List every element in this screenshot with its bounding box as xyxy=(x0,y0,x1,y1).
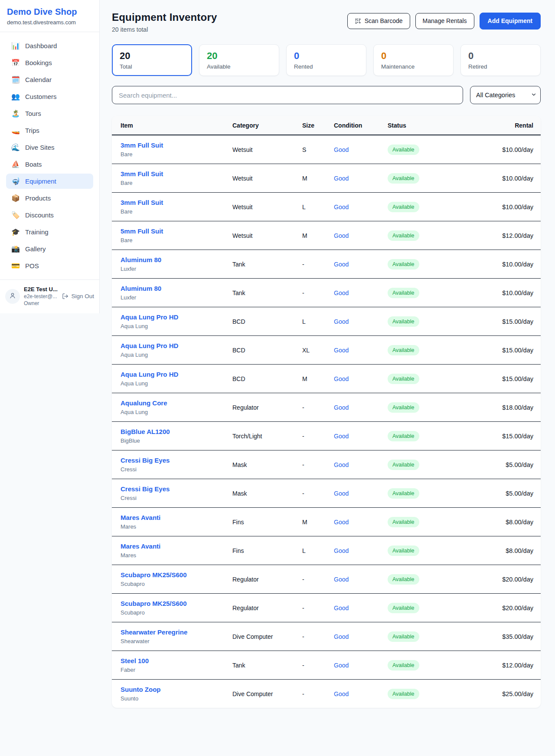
stat-card-available[interactable]: 20 Available xyxy=(199,44,279,76)
brand-name[interactable]: Demo Dive Shop xyxy=(7,7,92,17)
sidebar-item-dashboard[interactable]: 📊 Dashboard xyxy=(6,38,93,53)
table-row[interactable]: BigBlue AL1200 BigBlue Torch/Light - Goo… xyxy=(112,422,541,450)
item-name-link[interactable]: Shearwater Peregrine xyxy=(121,628,187,636)
user-name: E2E Test U... xyxy=(24,286,58,293)
item-name-link[interactable]: Mares Avanti xyxy=(121,542,160,550)
item-name-link[interactable]: Steel 100 xyxy=(121,657,149,664)
sidebar-item-equipment[interactable]: 🤿 Equipment xyxy=(6,174,93,189)
sidebar-item-bookings[interactable]: 📅 Bookings xyxy=(6,55,93,70)
table-row[interactable]: 5mm Full Suit Bare Wetsuit M Good Availa… xyxy=(112,221,541,250)
item-name-link[interactable]: BigBlue AL1200 xyxy=(121,428,170,435)
item-name-link[interactable]: Mares Avanti xyxy=(121,514,160,521)
item-name-link[interactable]: 3mm Full Suit xyxy=(121,199,163,206)
table-row[interactable]: Aluminum 80 Luxfer Tank - Good Available… xyxy=(112,279,541,307)
search-input[interactable] xyxy=(112,86,463,104)
sidebar-item-gallery[interactable]: 📸 Gallery xyxy=(6,241,93,256)
item-condition-link[interactable]: Good xyxy=(334,633,349,640)
table-row[interactable]: Suunto Zoop Suunto Dive Computer - Good … xyxy=(112,680,541,708)
page-subtitle: 20 items total xyxy=(112,26,217,33)
sidebar-item-training[interactable]: 🎓 Training xyxy=(6,224,93,240)
category-select[interactable]: All Categories xyxy=(470,86,541,104)
item-condition-link[interactable]: Good xyxy=(334,318,349,325)
item-name-link[interactable]: Cressi Big Eyes xyxy=(121,485,170,493)
item-condition-link[interactable]: Good xyxy=(334,461,349,468)
add-equipment-button[interactable]: Add Equipment xyxy=(480,13,541,30)
sidebar-item-customers[interactable]: 👥 Customers xyxy=(6,89,93,104)
item-name-link[interactable]: Cressi Big Eyes xyxy=(121,457,170,464)
sidebar-item-products[interactable]: 📦 Products xyxy=(6,191,93,206)
item-condition-link[interactable]: Good xyxy=(334,576,349,583)
sign-out-button[interactable]: Sign Out xyxy=(62,293,94,299)
table-row[interactable]: 3mm Full Suit Bare Wetsuit L Good Availa… xyxy=(112,193,541,221)
table-row[interactable]: 3mm Full Suit Bare Wetsuit S Good Availa… xyxy=(112,135,541,164)
table-row[interactable]: Mares Avanti Mares Fins M Good Available… xyxy=(112,508,541,536)
item-condition-link[interactable]: Good xyxy=(334,146,349,153)
scan-barcode-button[interactable]: Scan Barcode xyxy=(347,13,410,29)
table-row[interactable]: Cressi Big Eyes Cressi Mask - Good Avail… xyxy=(112,450,541,479)
item-name-link[interactable]: Aqua Lung Pro HD xyxy=(121,342,178,349)
table-row[interactable]: Aqua Lung Pro HD Aqua Lung BCD XL Good A… xyxy=(112,336,541,365)
stat-card-rented[interactable]: 0 Rented xyxy=(286,44,366,76)
item-name-link[interactable]: Suunto Zoop xyxy=(121,686,160,693)
item-condition-link[interactable]: Good xyxy=(334,547,349,554)
item-rental: $15.00/day xyxy=(470,307,541,336)
stat-card-maintenance[interactable]: 0 Maintenance xyxy=(373,44,454,76)
table-row[interactable]: Cressi Big Eyes Cressi Mask - Good Avail… xyxy=(112,479,541,508)
item-condition-link[interactable]: Good xyxy=(334,662,349,669)
item-name-link[interactable]: Scubapro MK25/S600 xyxy=(121,600,187,607)
status-badge: Available xyxy=(388,402,419,413)
sidebar-item-trips[interactable]: 🚤 Trips xyxy=(6,123,93,138)
item-name-link[interactable]: Scubapro MK25/S600 xyxy=(121,571,187,579)
item-condition-link[interactable]: Good xyxy=(334,175,349,182)
sidebar-item-tours[interactable]: 🏝️ Tours xyxy=(6,106,93,121)
item-name-link[interactable]: 3mm Full Suit xyxy=(121,141,163,149)
item-name-link[interactable]: 3mm Full Suit xyxy=(121,170,163,177)
sidebar-item-discounts[interactable]: 🏷️ Discounts xyxy=(6,207,93,223)
item-name-link[interactable]: Aqualung Core xyxy=(121,399,167,407)
stats-row: 20 Total 20 Available 0 Rented 0 Mainten… xyxy=(112,44,541,76)
table-row[interactable]: Mares Avanti Mares Fins L Good Available… xyxy=(112,536,541,565)
item-name-link[interactable]: Aqua Lung Pro HD xyxy=(121,313,178,321)
table-row[interactable]: Steel 100 Faber Tank - Good Available $1… xyxy=(112,651,541,680)
bookings-icon: 📅 xyxy=(11,59,20,66)
item-rental: $15.00/day xyxy=(470,336,541,365)
table-row[interactable]: Aluminum 80 Luxfer Tank - Good Available… xyxy=(112,250,541,279)
item-condition-link[interactable]: Good xyxy=(334,204,349,210)
item-name-link[interactable]: Aluminum 80 xyxy=(121,256,161,263)
item-condition-link[interactable]: Good xyxy=(334,404,349,411)
pos-icon: 💳 xyxy=(11,263,20,270)
item-condition-link[interactable]: Good xyxy=(334,690,349,697)
item-condition-link[interactable]: Good xyxy=(334,347,349,354)
user-box: E2E Test U... e2e-tester@... Owner Sign … xyxy=(0,279,99,313)
manage-rentals-button[interactable]: Manage Rentals xyxy=(415,13,474,29)
item-name-link[interactable]: 5mm Full Suit xyxy=(121,227,163,235)
item-size: - xyxy=(298,565,330,594)
item-name-link[interactable]: Aqua Lung Pro HD xyxy=(121,371,178,378)
sidebar-item-dive-sites[interactable]: 🌊 Dive Sites xyxy=(6,140,93,155)
stat-label: Maintenance xyxy=(381,63,446,70)
item-category: Regulator xyxy=(228,393,298,422)
table-row[interactable]: Shearwater Peregrine Shearwater Dive Com… xyxy=(112,622,541,651)
item-condition-link[interactable]: Good xyxy=(334,519,349,526)
stat-card-total[interactable]: 20 Total xyxy=(112,44,192,76)
item-condition-link[interactable]: Good xyxy=(334,433,349,440)
table-row[interactable]: Scubapro MK25/S600 Scubapro Regulator - … xyxy=(112,594,541,622)
table-row[interactable]: Scubapro MK25/S600 Scubapro Regulator - … xyxy=(112,565,541,594)
sidebar-item-boats[interactable]: ⛵ Boats xyxy=(6,157,93,172)
item-rental: $18.00/day xyxy=(470,393,541,422)
item-name-link[interactable]: Aluminum 80 xyxy=(121,285,161,292)
table-row[interactable]: Aqualung Core Aqua Lung Regulator - Good… xyxy=(112,393,541,422)
item-condition-link[interactable]: Good xyxy=(334,232,349,239)
item-condition-link[interactable]: Good xyxy=(334,375,349,382)
item-condition-link[interactable]: Good xyxy=(334,605,349,611)
item-condition-link[interactable]: Good xyxy=(334,261,349,268)
sidebar-item-pos[interactable]: 💳 POS xyxy=(6,258,93,273)
stat-card-retired[interactable]: 0 Retired xyxy=(460,44,541,76)
item-condition-link[interactable]: Good xyxy=(334,289,349,296)
item-condition-link[interactable]: Good xyxy=(334,490,349,497)
table-row[interactable]: Aqua Lung Pro HD Aqua Lung BCD M Good Av… xyxy=(112,365,541,393)
sidebar-item-calendar[interactable]: 🗓️ Calendar xyxy=(6,72,93,87)
item-brand: Bare xyxy=(121,151,224,158)
table-row[interactable]: Aqua Lung Pro HD Aqua Lung BCD L Good Av… xyxy=(112,307,541,336)
table-row[interactable]: 3mm Full Suit Bare Wetsuit M Good Availa… xyxy=(112,164,541,193)
